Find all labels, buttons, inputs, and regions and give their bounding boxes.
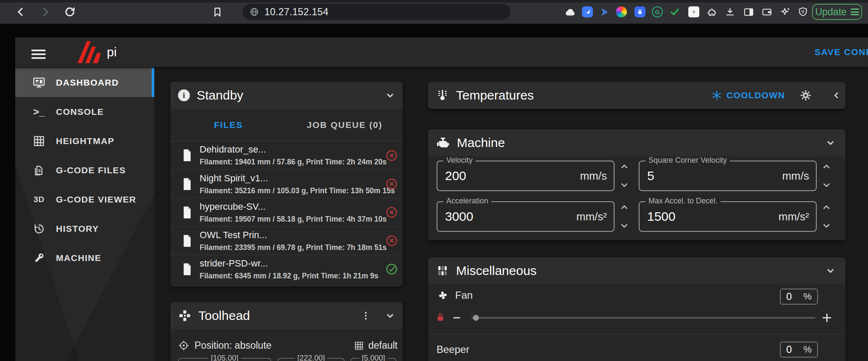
file-details: Filament: 19401 mm / 57.86 g, Print Time… [200,158,369,167]
bookmark-button[interactable] [211,6,224,18]
file-list-item[interactable]: strider-PSD-wr... Filament: 6345 mm / 18… [170,255,403,283]
media-play-extension-icon[interactable] [688,6,700,18]
crosshair-icon [178,340,189,351]
fan-slider-thumb[interactable] [473,315,479,321]
sidebar-item-gcode-viewer[interactable]: 3D G-CODE VIEWER [15,185,154,214]
tab-strip [0,0,868,3]
forward-button[interactable] [39,6,52,18]
update-button[interactable]: Update [812,4,862,20]
machine-limits-panel: Machine Velocity 200 mm/s Square Corner … [428,129,846,240]
chevron-down-icon[interactable] [383,309,397,322]
file-list-item[interactable]: Dehidrator_se... Filament: 19401 mm / 57… [170,141,403,169]
file-list-item[interactable]: hypercube-SV... Filament: 19507 mm / 58.… [170,198,403,226]
chevron-down-icon[interactable] [823,136,837,150]
signal-waves-extension-icon[interactable] [598,6,610,18]
chevron-left-icon[interactable] [830,89,843,102]
increment-icon[interactable] [821,201,832,213]
wallet-extension-icon[interactable] [761,6,773,18]
sidebar-toggle-icon[interactable] [743,6,754,18]
site-globe-icon [249,7,259,17]
sidebar-item-history[interactable]: HISTORY [15,214,154,243]
menu-button[interactable] [28,44,49,64]
sidebar-item-label: HISTORY [56,224,99,234]
x-position-field[interactable]: [105.00] [178,358,271,361]
cloud-extension-icon[interactable] [564,6,576,18]
shield-extension-icon[interactable] [797,6,809,18]
sidebar-item-console[interactable]: >_ CONSOLE [15,97,154,126]
sidebar-item-label: G-CODE FILES [56,165,126,175]
file-icon [181,205,193,219]
file-list-item[interactable]: OWL Test Prin... Filament: 23395 mm / 69… [170,226,403,255]
fan-decrease-icon[interactable] [451,312,463,324]
grammarly-extension-icon[interactable]: G [651,6,663,18]
reload-button[interactable] [64,6,76,18]
y-position-field[interactable]: [222.00] [278,358,345,361]
tab-files[interactable]: FILES [170,109,287,141]
screen: 10.27.152.154 G [0,0,868,361]
wrench-icon [31,252,47,264]
z-position-field[interactable]: [5.000] [351,358,396,361]
lock-icon[interactable] [435,312,446,323]
checkmark-extension-icon[interactable] [669,6,681,18]
decrement-icon[interactable] [821,179,832,191]
address-bar[interactable]: 10.27.152.154 [242,4,510,20]
beeper-label: Beeper [437,344,469,355]
machine-panel-header: Machine [428,129,846,156]
tab-job-queue[interactable]: JOB QUEUE (0) [287,109,403,141]
velocity-stepper [618,161,631,191]
decrement-icon[interactable] [618,179,630,191]
sidebar-item-gcode-files[interactable]: G-CODE FILES [15,156,154,185]
file-details: Filament: 23395 mm / 69.78 g, Print Time… [200,243,369,252]
increment-icon[interactable] [821,161,832,172]
max-accel-to-decel-field[interactable]: Max Accel. to Decel. 1500 mm/s² [639,201,817,232]
update-label: Update [815,6,846,18]
fan-value-field[interactable]: 0 % [780,289,818,305]
file-name: Night Spirit_v1... [200,173,369,184]
decrement-icon[interactable] [618,220,630,232]
console-icon: >_ [31,106,47,118]
puzzle-extensions-icon[interactable] [707,6,718,18]
sidebar-item-label: HEIGHTMAP [56,136,114,146]
fan-increase-icon[interactable] [821,311,833,324]
chevron-down-icon[interactable] [383,89,397,102]
increment-icon[interactable] [618,161,630,172]
info-icon: i [178,89,190,101]
save-config-button[interactable]: SAVE CONFI [815,37,868,67]
square-corner-velocity-field[interactable]: Square Corner Velocity 5 mm/s [639,161,817,191]
browser-toolbar: 10.27.152.154 G [0,0,868,24]
compass-extension-icon[interactable] [581,6,593,18]
row-divider [428,334,846,334]
sparkle-extension-icon[interactable] [779,6,791,18]
chevron-down-icon[interactable] [823,264,837,278]
dip-switch-icon [436,264,449,278]
download-icon[interactable] [724,6,736,18]
file-icon [181,262,193,276]
position-mode: Position: absolute [178,340,272,351]
increment-icon[interactable] [618,201,630,213]
acceleration-field[interactable]: Acceleration 3000 mm/s² [437,201,615,232]
decrement-icon[interactable] [821,220,832,232]
sidebar-item-machine[interactable]: MACHINE [15,243,154,272]
cooldown-label: COOLDOWN [726,90,785,100]
cooldown-button[interactable]: COOLDOWN [711,82,785,109]
miscellaneous-panel-header: Miscellaneous [428,258,846,284]
password-manager-extension-icon[interactable] [634,6,646,18]
file-list-item[interactable]: Night Spirit_v1... Filament: 35216 mm / … [170,169,403,198]
beeper-value-field[interactable]: 0 % [780,342,818,358]
forward-icon [39,6,51,18]
more-options-icon[interactable] [360,310,371,321]
file-details: Filament: 6345 mm / 18.92 g, Print Time:… [200,272,369,280]
mesh-grid-icon [354,341,364,351]
back-button[interactable] [14,6,27,18]
update-menu-icon [851,7,859,17]
sidebar-item-heightmap[interactable]: HEIGHTMAP [15,126,154,156]
velocity-field[interactable]: Velocity 200 mm/s [437,161,615,191]
color-wheel-extension-icon[interactable] [615,6,627,18]
miscellaneous-panel: Miscellaneous Fan 0 % Beeper 0 % [428,258,846,361]
position-label: Position: absolute [195,340,272,351]
toolhead-title: Toolhead [198,308,250,323]
gear-icon[interactable] [799,89,812,102]
fan-slider[interactable] [471,317,815,319]
sidebar-item-dashboard[interactable]: DASHBOARD [15,68,154,97]
miscellaneous-title: Miscellaneous [456,264,537,278]
